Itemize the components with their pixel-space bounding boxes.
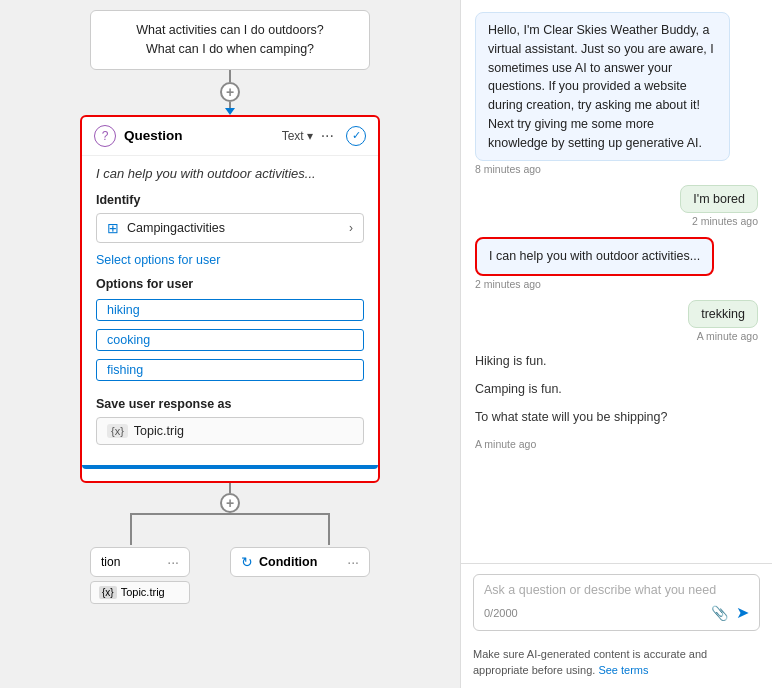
option-chip-cooking[interactable]: cooking xyxy=(96,329,364,351)
identify-chevron-icon: › xyxy=(349,221,353,235)
card-menu-button[interactable]: ··· xyxy=(321,127,334,145)
select-options-link[interactable]: Select options for user xyxy=(96,253,364,267)
branch-connector xyxy=(80,513,380,545)
add-node-button-top[interactable]: + xyxy=(220,82,240,102)
attach-button[interactable]: 📎 xyxy=(711,605,728,621)
bot-outdoor-bubble: I can help you with outdoor activities..… xyxy=(475,237,714,276)
standalone-shipping: To what state will you be shipping? xyxy=(475,408,758,426)
bot-outdoor-text: I can help you with outdoor activities..… xyxy=(489,249,700,263)
card-progress-bar xyxy=(82,465,378,469)
user-trekking-bubble: trekking xyxy=(688,300,758,328)
top-node-line2: What can I do when camping? xyxy=(107,40,353,59)
table-icon: ⊞ xyxy=(107,220,119,236)
right-bottom-col: ↻ Condition ··· xyxy=(230,547,370,577)
preview-text: I can help you with outdoor activities..… xyxy=(96,166,364,181)
user-trekking-message: trekking A minute ago xyxy=(688,300,758,342)
chat-input-box: Ask a question or describe what you need… xyxy=(473,574,760,631)
save-response-box[interactable]: {x} Topic.trig xyxy=(96,417,364,445)
right-branch-line xyxy=(328,513,330,545)
chat-input-placeholder[interactable]: Ask a question or describe what you need xyxy=(484,583,749,597)
user-bored-text: I'm bored xyxy=(693,192,745,206)
bottom-cards-section: tion ··· {x} Topic.trig ↻ Condition ··· xyxy=(0,545,460,604)
option-chips: hiking cooking fishing xyxy=(96,299,364,387)
char-count: 0/2000 xyxy=(484,607,518,619)
card-expand-button[interactable]: ✓ xyxy=(346,126,366,146)
user-bored-bubble: I'm bored xyxy=(680,185,758,213)
standalone-hiking: Hiking is fun. xyxy=(475,352,758,370)
left-input-value: Topic.trig xyxy=(121,586,165,598)
condition-card: ↻ Condition ··· xyxy=(230,547,370,577)
standalone-time: A minute ago xyxy=(475,438,758,450)
disclaimer-text: Make sure AI-generated content is accura… xyxy=(473,648,707,675)
options-label: Options for user xyxy=(96,277,364,291)
chevron-down-icon: ▾ xyxy=(307,129,313,143)
left-partial-card: tion ··· xyxy=(90,547,190,577)
chat-panel: Hello, I'm Clear Skies Weather Buddy, a … xyxy=(460,0,772,688)
condition-menu-button[interactable]: ··· xyxy=(347,554,359,570)
chat-messages-area: Hello, I'm Clear Skies Weather Buddy, a … xyxy=(461,0,772,563)
left-partial-label: tion xyxy=(101,555,120,569)
left-partial-menu[interactable]: ··· xyxy=(167,554,179,570)
identify-inner: ⊞ Campingactivities xyxy=(107,220,225,236)
identify-box[interactable]: ⊞ Campingactivities › xyxy=(96,213,364,243)
bot-intro-time: 8 minutes ago xyxy=(475,163,541,175)
top-connector: + xyxy=(220,70,240,115)
bot-intro-text: Hello, I'm Clear Skies Weather Buddy, a … xyxy=(488,23,714,150)
connector-line-top xyxy=(229,70,231,82)
bot-intro-bubble: Hello, I'm Clear Skies Weather Buddy, a … xyxy=(475,12,730,161)
question-card: ? Question Text ▾ ··· ✓ I can help you w… xyxy=(80,115,380,483)
canvas-panel: What activities can I do outdoors? What … xyxy=(0,0,460,688)
card-title: Question xyxy=(124,128,274,143)
top-node-line1: What activities can I do outdoors? xyxy=(107,21,353,40)
question-icon: ? xyxy=(94,125,116,147)
user-bored-message: I'm bored 2 minutes ago xyxy=(680,185,758,227)
top-node-card: What activities can I do outdoors? What … xyxy=(90,10,370,70)
bot-intro-message: Hello, I'm Clear Skies Weather Buddy, a … xyxy=(475,12,730,175)
save-response-label: Save user response as xyxy=(96,397,364,411)
chat-input-area: Ask a question or describe what you need… xyxy=(461,563,772,641)
bot-outdoor-message: I can help you with outdoor activities..… xyxy=(475,237,730,290)
bot-outdoor-time: 2 minutes ago xyxy=(475,278,541,290)
user-bored-time: 2 minutes ago xyxy=(692,215,758,227)
connector-line-bottom xyxy=(229,483,231,493)
ai-disclaimer: Make sure AI-generated content is accura… xyxy=(461,641,772,688)
standalone-camping: Camping is fun. xyxy=(475,380,758,398)
left-branch-line xyxy=(130,513,132,545)
chat-input-bottom: 0/2000 📎 ➤ xyxy=(484,603,749,622)
branch-horizontal-line xyxy=(130,513,330,515)
user-trekking-time: A minute ago xyxy=(697,330,758,342)
identify-value: Campingactivities xyxy=(127,221,225,235)
save-response-value: Topic.trig xyxy=(134,424,184,438)
user-trekking-text: trekking xyxy=(701,307,745,321)
bottom-connector: + xyxy=(220,483,240,513)
card-body: I can help you with outdoor activities..… xyxy=(82,156,378,455)
variable-badge: {x} xyxy=(107,424,128,438)
see-terms-link[interactable]: See terms xyxy=(598,664,648,676)
condition-icon: ↻ xyxy=(241,554,253,570)
left-bottom-col: tion ··· {x} Topic.trig xyxy=(90,547,190,604)
card-header: ? Question Text ▾ ··· ✓ xyxy=(82,117,378,156)
add-node-button-bottom[interactable]: + xyxy=(220,493,240,513)
identify-label: Identify xyxy=(96,193,364,207)
condition-label: Condition xyxy=(259,555,317,569)
send-button[interactable]: ➤ xyxy=(736,603,749,622)
option-chip-hiking[interactable]: hiking xyxy=(96,299,364,321)
arrow-down-icon xyxy=(225,108,235,115)
card-type-dropdown[interactable]: Text ▾ xyxy=(282,129,313,143)
left-input-badge: {x} xyxy=(99,586,117,599)
chat-icons: 📎 ➤ xyxy=(711,603,749,622)
left-input-box[interactable]: {x} Topic.trig xyxy=(90,581,190,604)
option-chip-fishing[interactable]: fishing xyxy=(96,359,364,381)
